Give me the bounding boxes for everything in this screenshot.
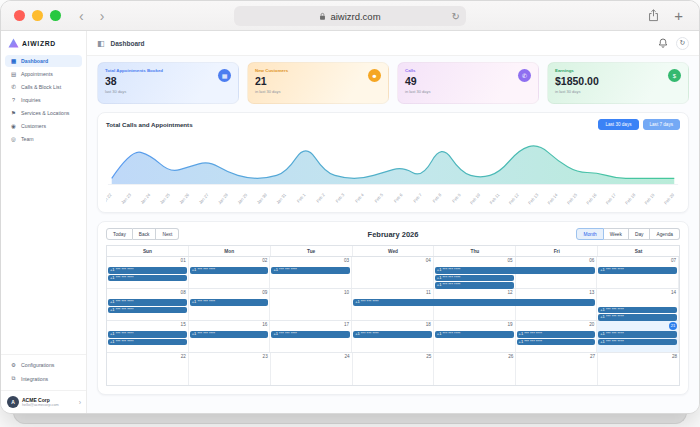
calendar-event[interactable]: +1 *** *** **** — [190, 267, 269, 274]
stat-subtitle: in last 30 days — [255, 89, 381, 94]
customer-icon: ☻ — [368, 69, 381, 82]
calendar-cell-27[interactable]: 27 — [516, 353, 598, 385]
chart-range-last-7-days-button[interactable]: Last 7 days — [643, 119, 681, 130]
day-header-wed: Wed — [353, 246, 435, 256]
calendar-next-button[interactable]: Next — [156, 228, 179, 240]
refresh-icon[interactable]: ↻ — [676, 37, 689, 50]
sidebar-item-inquiries[interactable]: ?Inquiries — [5, 94, 82, 106]
x-axis-label: Jan 31 — [275, 192, 287, 205]
x-axis-label: Jan 25 — [159, 192, 171, 205]
x-axis-label: Feb 8 — [432, 192, 443, 204]
calendar-cell-25[interactable]: 25 — [353, 353, 435, 385]
calendar-view-month-button[interactable]: Month — [576, 228, 603, 240]
dashboard-icon: ▦ — [10, 58, 17, 64]
calendar-event[interactable]: +1 *** *** **** — [353, 299, 595, 306]
calendar-event[interactable]: +1 *** *** **** — [517, 339, 596, 346]
calendar-cell-23[interactable]: 23 — [189, 353, 271, 385]
x-axis-label: Jan 22 — [106, 192, 113, 205]
browser-chrome: ‹ › aiwizrd.com ↻ + — [1, 1, 699, 31]
calendar-event[interactable]: +1 *** *** **** — [598, 339, 677, 346]
calendar-view-week-button[interactable]: Week — [604, 228, 629, 240]
appointments-icon: ▤ — [10, 71, 17, 77]
date-number: 19 — [507, 322, 512, 327]
calendar-event[interactable]: +1 *** *** **** — [108, 299, 187, 306]
calendar-cell-10[interactable]: 10 — [270, 289, 352, 320]
date-number: 23 — [263, 354, 268, 359]
calendar-event[interactable]: +1 *** *** **** — [435, 267, 595, 274]
app-shell: AIWIZRD ▦Dashboard▤Appointments✆Calls & … — [1, 31, 699, 414]
sidebar-toggle-icon[interactable]: ◧ — [97, 39, 105, 48]
sidebar-item-dashboard[interactable]: ▦Dashboard — [5, 55, 82, 67]
calendar-event[interactable]: +1 *** *** **** — [271, 267, 350, 274]
back-icon[interactable]: ‹ — [79, 9, 84, 23]
day-header-sun: Sun — [107, 246, 189, 256]
date-number: 21 — [669, 322, 677, 330]
share-icon[interactable] — [648, 9, 659, 22]
reload-icon[interactable]: ↻ — [452, 11, 460, 22]
calendar-view-agenda-button[interactable]: Agenda — [650, 228, 680, 240]
sidebar-item-label: Inquiries — [21, 97, 41, 103]
stat-title: Calls — [405, 68, 531, 73]
calendar-event[interactable]: +1 *** *** **** — [108, 331, 187, 338]
sidebar-item-team[interactable]: ◎Team — [5, 133, 82, 145]
calendar-event[interactable]: +1 *** *** **** — [271, 331, 350, 338]
sidebar-item-integrations[interactable]: ⧉Integrations — [5, 372, 82, 385]
forward-icon[interactable]: › — [100, 9, 105, 23]
date-number: 03 — [344, 258, 349, 263]
calendar-event[interactable]: +1 *** *** **** — [108, 339, 187, 346]
x-axis-label: Feb 7 — [412, 192, 423, 204]
x-axis-label: Feb 18 — [624, 192, 636, 206]
calendar-event[interactable]: +1 *** *** **** — [517, 331, 596, 338]
sidebar-spacer — [1, 146, 86, 354]
calendar-view-day-button[interactable]: Day — [629, 228, 651, 240]
calendar-today-button[interactable]: Today — [106, 228, 133, 240]
calendar-cell-22[interactable]: 22 — [107, 353, 189, 385]
calendar-cell-24[interactable]: 24 — [271, 353, 353, 385]
sidebar-item-calls-block-list[interactable]: ✆Calls & Block List — [5, 81, 82, 93]
stat-subtitle: in last 30 days — [555, 89, 681, 94]
calendar-title: February 2026 — [368, 230, 419, 239]
x-axis-label: Feb 11 — [489, 192, 501, 205]
sidebar-item-customers[interactable]: ◉Customers — [5, 120, 82, 132]
calendar-week-row: 08091011121314+1 *** *** ****+1 *** *** … — [107, 289, 679, 321]
calendar-event[interactable]: +1 *** *** **** — [598, 307, 677, 314]
calendar-event[interactable]: +1 *** *** **** — [108, 275, 187, 282]
date-number: 17 — [344, 322, 349, 327]
calendar-cell-28[interactable]: 28 — [598, 353, 679, 385]
date-number: 20 — [589, 322, 594, 327]
calendar-cell-04[interactable]: 04 — [352, 257, 434, 288]
calendar-event[interactable]: +1 *** *** **** — [598, 331, 677, 338]
customers-icon: ◉ — [10, 123, 17, 129]
stat-card-calls: Calls49in last 30 days✆ — [397, 62, 539, 104]
calendar-event[interactable]: +1 *** *** **** — [190, 331, 269, 338]
sidebar-item-configurations[interactable]: ⚙Configurations — [5, 359, 82, 371]
calendar-event[interactable]: +1 *** *** **** — [435, 275, 514, 282]
app-logo: AIWIZRD — [1, 37, 86, 55]
calendar-event[interactable]: +1 *** *** **** — [108, 307, 187, 314]
calendar-back-button[interactable]: Back — [133, 228, 157, 240]
zoom-window-button[interactable] — [50, 10, 61, 21]
sidebar-item-label: Team — [21, 136, 34, 142]
calendar-event[interactable]: +1 *** *** **** — [108, 267, 187, 274]
sidebar-item-services-locations[interactable]: ⚑Services & Locations — [5, 107, 82, 119]
calendar-event[interactable]: +1 *** *** **** — [598, 267, 677, 274]
chart-range-last-30-days-button[interactable]: Last 30 days — [598, 119, 638, 130]
minimize-window-button[interactable] — [32, 10, 43, 21]
close-window-button[interactable] — [14, 10, 25, 21]
bell-icon[interactable] — [658, 38, 668, 48]
account-row[interactable]: A ACME Corp hello@acmecorp.com › — [1, 390, 86, 408]
calendar-cell-26[interactable]: 26 — [434, 353, 516, 385]
sidebar-item-appointments[interactable]: ▤Appointments — [5, 68, 82, 80]
new-tab-icon[interactable]: + — [674, 7, 683, 24]
calendar-event[interactable]: +1 *** *** **** — [435, 282, 514, 289]
address-bar[interactable]: aiwizrd.com ↻ — [234, 6, 466, 26]
calendar-event[interactable]: +1 *** *** **** — [435, 331, 514, 338]
calendar-event[interactable]: +1 *** *** **** — [598, 314, 677, 321]
breadcrumb: Dashboard — [111, 40, 145, 47]
calendar-event[interactable]: +1 *** *** **** — [190, 299, 269, 306]
sidebar-item-label: Calls & Block List — [21, 84, 61, 90]
calendar-event[interactable]: +1 *** *** **** — [353, 331, 432, 338]
date-number: 04 — [426, 258, 431, 263]
chevron-right-icon: › — [79, 399, 81, 406]
calendar-card: TodayBackNext February 2026 MonthWeekDay… — [97, 221, 689, 395]
